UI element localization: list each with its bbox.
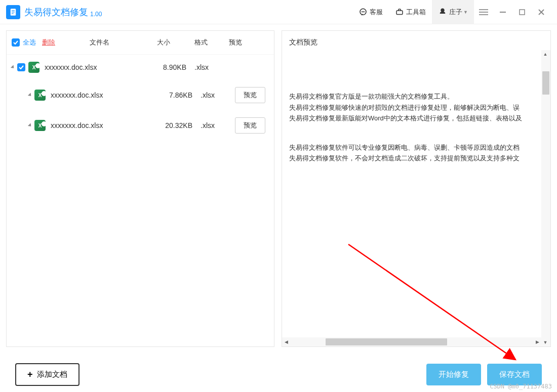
add-document-button[interactable]: + 添加文档: [15, 363, 79, 386]
col-size: 大小: [157, 38, 170, 47]
svg-rect-8: [396, 11, 403, 15]
scroll-left-icon: ◀: [282, 338, 290, 346]
chat-icon: [359, 8, 368, 17]
toolbox-icon: [395, 8, 404, 17]
save-document-button[interactable]: 保存文档: [487, 364, 542, 385]
preview-button[interactable]: 预览: [235, 117, 265, 134]
app-title: 失易得文档修复: [24, 6, 88, 18]
tree-caret-icon[interactable]: [28, 93, 32, 97]
col-preview: 预览: [229, 38, 242, 47]
chevron-down-icon: ▼: [463, 10, 468, 15]
file-format: .xlsx: [192, 91, 223, 99]
start-repair-button[interactable]: 开始修复: [426, 364, 481, 385]
excel-file-icon: X: [34, 120, 46, 131]
list-header: 全选 删除 文件名 大小 格式 预览: [7, 31, 274, 55]
vertical-scroll-thumb[interactable]: [542, 71, 549, 95]
tree-caret-icon[interactable]: [11, 65, 15, 69]
customer-service-button[interactable]: 客服: [352, 0, 389, 24]
col-filename: 文件名: [90, 38, 109, 47]
file-name: xxxxxxx.doc.xlsx: [51, 121, 152, 129]
user-avatar-icon: [438, 8, 447, 17]
file-list: Xxxxxxxx.doc.xlsx8.90KB.xlsxXxxxxxxx.doc…: [7, 55, 274, 346]
preview-line: 失易得文档修复能够快速的对损毁的文档进行修复处理，能够解决因为断电、误: [289, 103, 543, 113]
file-row[interactable]: Xxxxxxxx.doc.xlsx20.32KB.xlsx预览: [7, 110, 274, 141]
svg-point-6: [363, 11, 364, 12]
preview-line: 失易得文档修复软件，不会对文档造成二次破坏，支持提前预览以及支持多种文: [289, 153, 543, 163]
file-name: xxxxxxx.doc.xlsx: [51, 91, 152, 99]
plus-icon: +: [27, 369, 33, 380]
maximize-button[interactable]: [512, 0, 532, 24]
close-button[interactable]: [532, 0, 551, 24]
app-version: 1.00: [90, 11, 102, 18]
svg-rect-1: [12, 10, 15, 11]
user-name: 庄子: [449, 8, 462, 17]
file-checkbox[interactable]: [17, 63, 25, 71]
vertical-scrollbar[interactable]: ▲ ▼: [541, 50, 550, 346]
add-document-label: 添加文档: [37, 370, 67, 379]
minimize-button[interactable]: [493, 0, 512, 24]
horizontal-scrollbar[interactable]: ◀ ▶: [282, 337, 541, 346]
svg-rect-13: [520, 10, 525, 15]
file-format: .xlsx: [186, 63, 217, 71]
delete-link[interactable]: 删除: [42, 38, 55, 47]
file-size: 8.90KB: [146, 63, 186, 71]
file-format: .xlsx: [192, 121, 223, 129]
file-size: 7.86KB: [152, 91, 192, 99]
select-all-label: 全选: [23, 38, 36, 47]
tree-caret-icon[interactable]: [28, 123, 32, 127]
excel-file-icon: X: [34, 90, 46, 101]
user-menu-button[interactable]: 庄子 ▼: [432, 0, 474, 24]
scroll-up-icon: ▲: [541, 50, 549, 58]
scroll-down-icon: ▼: [541, 338, 549, 346]
file-list-panel: 全选 删除 文件名 大小 格式 预览 Xxxxxxxx.doc.xlsx8.90…: [6, 30, 274, 347]
scroll-right-icon: ▶: [533, 338, 541, 346]
toolbox-label: 工具箱: [406, 8, 426, 17]
preview-line: 失易得文档修复软件可以专业修复因断电、病毒、误删、卡顿等原因造成的文档: [289, 143, 543, 153]
preview-body: 失易得文档修复官方版是一款功能强大的文档修复工具。失易得文档修复能够快速的对损毁…: [282, 54, 550, 346]
svg-rect-3: [12, 13, 14, 14]
preview-title: 文档预览: [282, 31, 550, 54]
toolbox-button[interactable]: 工具箱: [389, 0, 432, 24]
customer-service-label: 客服: [370, 8, 383, 17]
svg-rect-2: [12, 12, 15, 12]
file-row[interactable]: Xxxxxxxx.doc.xlsx8.90KB.xlsx: [7, 55, 274, 80]
svg-point-5: [362, 11, 362, 12]
preview-button[interactable]: 预览: [235, 87, 265, 103]
svg-point-7: [364, 11, 365, 12]
preview-line: 失易得文档修复最新版能对Word中的文本格式进行修复，包括超链接、表格以及: [289, 113, 543, 123]
file-name: xxxxxxx.doc.xlsx: [45, 63, 146, 71]
app-logo-icon: [6, 5, 20, 19]
select-all-checkbox[interactable]: [12, 38, 20, 47]
col-format: 格式: [194, 38, 208, 47]
preview-panel: 文档预览 失易得文档修复官方版是一款功能强大的文档修复工具。失易得文档修复能够快…: [282, 30, 551, 347]
preview-line: 失易得文档修复官方版是一款功能强大的文档修复工具。: [289, 92, 543, 102]
file-size: 20.32KB: [152, 121, 192, 129]
watermark: CSDN @m0_71137483: [490, 383, 552, 390]
menu-button[interactable]: [474, 0, 493, 24]
horizontal-scroll-thumb[interactable]: [326, 338, 447, 345]
excel-file-icon: X: [28, 62, 39, 73]
file-row[interactable]: Xxxxxxxx.doc.xlsx7.86KB.xlsx预览: [7, 80, 274, 110]
